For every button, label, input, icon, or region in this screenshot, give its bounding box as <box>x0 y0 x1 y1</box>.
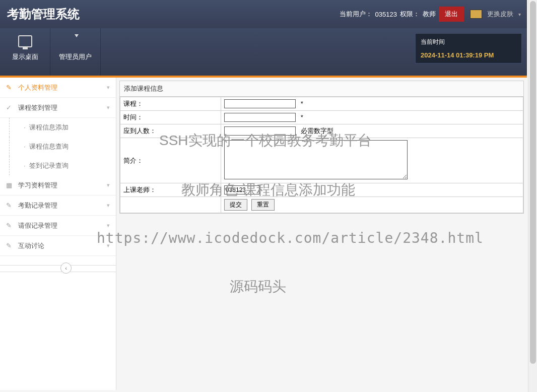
app-title: 考勤管理系统 <box>0 6 340 22</box>
sidebar-item-label: 互动讨论 <box>18 241 44 250</box>
time-label: 当前时间 <box>421 38 516 46</box>
toolbar: 显示桌面 管理员用户 当前时间 2024-11-14 01:39:19 PM <box>0 28 527 76</box>
sidebar-item-leave[interactable]: ✎ 请假记录管理 ▾ <box>0 216 116 236</box>
time-value: 2024-11-14 01:39:19 PM <box>421 51 516 59</box>
scrollbar-thumb[interactable] <box>530 1 536 364</box>
label-time: 时间： <box>120 111 221 124</box>
check-icon: ✓ <box>6 104 13 111</box>
sidebar-item-label: 请假记录管理 <box>18 221 57 230</box>
capacity-hint: 必需数字型 <box>301 127 333 135</box>
logout-button[interactable]: 退出 <box>439 7 464 22</box>
privilege-label: 权限： <box>400 10 420 19</box>
panel-title: 添加课程信息 <box>120 81 523 97</box>
pencil-icon: ✎ <box>6 202 13 209</box>
pencil-icon: ✎ <box>6 84 13 91</box>
toolbar-admin-user[interactable]: 管理员用户 <box>50 28 101 76</box>
sidebar-item-attendance[interactable]: ✎ 考勤记录管理 ▾ <box>0 195 116 216</box>
header-right: 当前用户： 035123 权限： 教师 退出 更换皮肤 ▾ <box>340 7 527 22</box>
course-input[interactable] <box>224 99 296 108</box>
pencil-icon: ✎ <box>6 242 13 249</box>
sidebar-item-course-checkin[interactable]: ✓ 课程签到管理 ▾ <box>0 98 116 118</box>
chevron-down-icon: ▾ <box>107 182 110 188</box>
current-user-label: 当前用户： <box>340 10 372 19</box>
chevron-down-icon: ▾ <box>107 222 110 229</box>
chevron-down-icon: ▾ <box>107 242 110 249</box>
desc-textarea[interactable] <box>224 140 408 179</box>
toolbar-desktop[interactable]: 显示桌面 <box>0 28 50 76</box>
capacity-input[interactable] <box>224 126 296 136</box>
current-time-box: 当前时间 2024-11-14 01:39:19 PM <box>415 33 522 63</box>
sidebar-item-discussion[interactable]: ✎ 互动讨论 ▾ <box>0 236 116 256</box>
teacher-input[interactable] <box>224 185 259 194</box>
vertical-scrollbar[interactable] <box>528 0 537 392</box>
current-user-value: 035123 <box>375 11 397 18</box>
privilege-value: 教师 <box>423 10 436 19</box>
submit-button[interactable]: 提交 <box>224 199 247 211</box>
monitor-icon <box>18 35 32 47</box>
form-actions-spacer <box>120 197 221 213</box>
add-course-panel: 添加课程信息 课程： * 时间： * <box>119 81 524 214</box>
course-form-table: 课程： * 时间： * 应到人数： <box>120 97 523 213</box>
sidebar-item-label: 考勤记录管理 <box>18 201 57 210</box>
grid-icon: ▦ <box>6 181 13 189</box>
sidebar-collapse-handle[interactable]: ‹ <box>60 263 72 274</box>
time-input[interactable] <box>224 113 296 122</box>
sidebar-item-study-material[interactable]: ▦ 学习资料管理 ▾ <box>0 175 116 195</box>
required-mark: * <box>301 100 303 107</box>
skin-icon[interactable] <box>470 10 482 19</box>
sidebar-item-profile[interactable]: ✎ 个人资料管理 ▾ <box>0 78 116 98</box>
sidebar-collapse-bar: ‹ <box>0 265 116 272</box>
chevron-down-icon: ▾ <box>107 104 110 111</box>
required-mark: * <box>301 113 303 121</box>
sidebar-item-label: 个人资料管理 <box>18 83 57 92</box>
skin-switch-label[interactable]: 更换皮肤 <box>487 10 513 19</box>
main-content: 添加课程信息 课程： * 时间： * <box>116 78 527 390</box>
sidebar-sub-course-query[interactable]: 课程信息查询 <box>9 137 116 156</box>
toolbar-desktop-label: 显示桌面 <box>12 53 38 60</box>
label-capacity: 应到人数： <box>120 124 221 138</box>
sidebar: ✎ 个人资料管理 ▾ ✓ 课程签到管理 ▾ 课程信息添加 课程信息查询 签到记录… <box>0 78 116 390</box>
chevron-down-icon: ▾ <box>107 202 110 209</box>
pencil-icon: ✎ <box>6 222 13 229</box>
sidebar-sub-course-add[interactable]: 课程信息添加 <box>9 118 116 137</box>
label-teacher: 上课老师： <box>120 183 221 197</box>
sidebar-item-label: 课程签到管理 <box>18 103 57 112</box>
label-course: 课程： <box>120 97 221 111</box>
toolbar-admin-user-label: 管理员用户 <box>59 53 92 60</box>
sidebar-sub-checkin-query[interactable]: 签到记录查询 <box>9 156 116 175</box>
chevron-down-icon[interactable]: ▾ <box>518 12 521 17</box>
reset-button[interactable]: 重置 <box>251 199 275 211</box>
label-desc: 简介： <box>120 138 221 183</box>
sidebar-item-label: 学习资料管理 <box>18 181 57 190</box>
app-header: 考勤管理系统 当前用户： 035123 权限： 教师 退出 更换皮肤 ▾ <box>0 0 527 28</box>
chevron-down-icon: ▾ <box>107 84 110 91</box>
